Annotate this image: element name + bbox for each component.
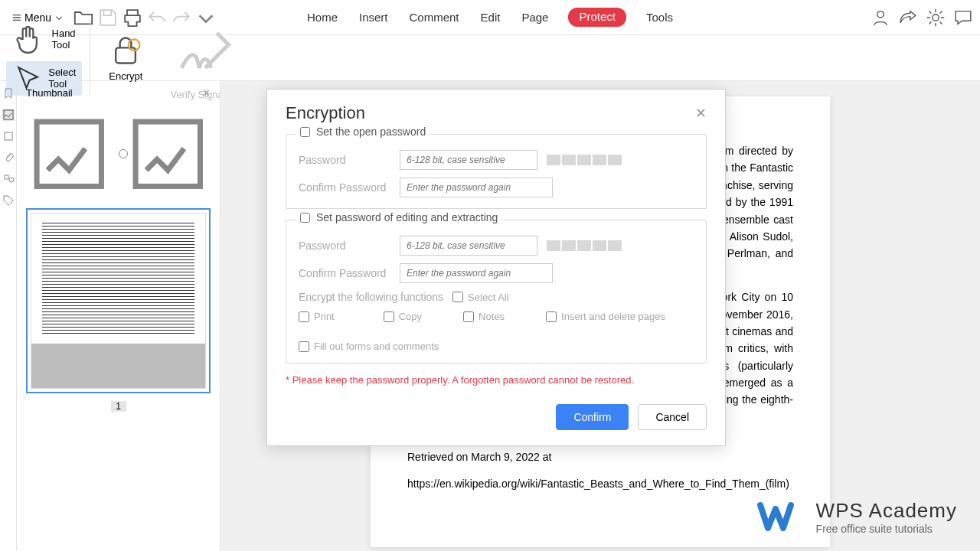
open-password-input[interactable] (400, 150, 537, 170)
edit-password-fieldset: Set password of editing and extracting P… (286, 220, 707, 364)
strength-box (577, 240, 591, 251)
strength-box (562, 240, 576, 251)
open-password-strength (547, 155, 622, 165)
open-password-row: Password (299, 150, 694, 170)
gear-icon (925, 7, 946, 28)
thumbnail-header: Thumbnail ✕ (26, 87, 211, 106)
notes-check[interactable]: Notes (463, 311, 505, 322)
edit-password-input[interactable] (400, 236, 537, 256)
settings-button[interactable] (925, 7, 946, 28)
encrypt-label: Encrypt (109, 70, 142, 82)
strength-box (593, 155, 606, 165)
strength-box (547, 240, 560, 251)
dialog-close-button[interactable]: ✕ (695, 105, 707, 122)
thumbnail-zoom-slider[interactable] (26, 106, 211, 208)
open-password-label: Set the open password (316, 126, 426, 138)
print-check[interactable]: Print (299, 311, 335, 322)
notes-checkbox[interactable] (463, 311, 474, 322)
encrypt-button[interactable]: Encrypt (100, 31, 152, 85)
password-warning: * Please keep the password properly. A f… (286, 374, 707, 386)
signature-icon (170, 15, 240, 86)
shapes-rail-icon[interactable] (2, 173, 15, 185)
thumbnail-title: Thumbnail (26, 87, 73, 99)
edit-password-checkbox[interactable] (300, 213, 310, 223)
save-icon (97, 7, 119, 28)
fill-forms-checkbox[interactable] (299, 341, 309, 352)
cancel-button[interactable]: Cancel (638, 404, 707, 430)
svg-rect-7 (136, 122, 200, 186)
strength-box (593, 240, 606, 251)
open-password-legend: Set the open password (296, 126, 430, 138)
confirm-password-label-2: Confirm Password (299, 267, 390, 279)
open-confirm-row: Confirm Password (299, 178, 694, 197)
copy-checkbox[interactable] (384, 311, 394, 322)
layers-rail-icon[interactable] (2, 130, 15, 142)
encrypt-functions-label: Encrypt the following functions (299, 291, 443, 303)
strength-box (577, 155, 591, 165)
share-button[interactable] (897, 7, 919, 28)
open-password-checkbox[interactable] (300, 127, 310, 137)
edit-confirm-input[interactable] (400, 263, 553, 283)
hand-tool[interactable]: Hand Tool (6, 20, 82, 58)
tab-insert[interactable]: Insert (358, 8, 390, 27)
notes-label: Notes (479, 311, 505, 322)
copy-check[interactable]: Copy (384, 311, 422, 322)
document-retrieved: Retrieved on March 9, 2022 at (407, 448, 793, 465)
svg-rect-4 (4, 110, 13, 119)
share-icon (897, 7, 919, 28)
lock-icon (109, 34, 142, 67)
dialog-footer: Confirm Cancel (286, 386, 707, 430)
wps-watermark: WPS Academy Free office suite tutorials (756, 497, 957, 536)
thumbnail-panel: Thumbnail ✕ 1 (17, 81, 220, 551)
thumbnail-close[interactable]: ✕ (202, 87, 211, 99)
tag-rail-icon[interactable] (2, 194, 15, 207)
strength-box (547, 155, 560, 165)
watermark-title: WPS Academy (816, 499, 957, 523)
open-confirm-input[interactable] (400, 178, 553, 197)
feedback-button[interactable] (952, 7, 974, 28)
watermark-text: WPS Academy Free office suite tutorials (816, 499, 957, 535)
watermark-subtitle: Free office suite tutorials (816, 523, 957, 535)
user-button[interactable] (870, 7, 891, 28)
tab-tools[interactable]: Tools (645, 8, 675, 27)
select-all-check[interactable]: Select All (452, 292, 508, 303)
edit-password-legend: Set password of editing and extracting (296, 211, 502, 223)
insert-delete-checkbox[interactable] (546, 311, 557, 322)
slider-thumb[interactable] (119, 149, 128, 158)
fill-forms-check[interactable]: Fill out forms and comments (299, 341, 694, 352)
zoom-in-icon (125, 111, 211, 197)
thumbnail-page-1[interactable] (26, 208, 211, 393)
left-rail (0, 81, 17, 551)
hand-tool-label: Hand Tool (52, 28, 77, 51)
thumbnail-text-preview (42, 223, 194, 334)
bookmark-icon (2, 87, 15, 99)
select-all-label: Select All (468, 292, 508, 303)
zoom-out-icon (26, 111, 113, 197)
print-checkbox[interactable] (299, 311, 309, 322)
tab-protect[interactable]: Protect (568, 8, 626, 27)
shapes-icon (2, 173, 15, 185)
encrypt-functions-row: Encrypt the following functions Select A… (299, 291, 694, 303)
paperclip-icon (2, 152, 15, 164)
tab-comment[interactable]: Comment (408, 8, 461, 27)
tab-page[interactable]: Page (520, 8, 550, 27)
tag-icon (2, 194, 15, 207)
save-button[interactable] (97, 7, 119, 28)
confirm-password-label: Confirm Password (299, 181, 390, 194)
bookmark-rail-icon[interactable] (2, 87, 15, 99)
attachment-rail-icon[interactable] (2, 152, 15, 164)
svg-rect-6 (37, 122, 101, 186)
topbar-right (870, 7, 974, 28)
tab-home[interactable]: Home (305, 8, 339, 27)
tab-edit[interactable]: Edit (479, 8, 502, 27)
thumbnail-footer-preview (31, 344, 205, 388)
confirm-button[interactable]: Confirm (556, 404, 629, 430)
print-button[interactable] (122, 7, 143, 28)
ribbon-toolbar: Hand Tool Select Tool Encrypt Verify Sig… (0, 35, 980, 81)
dialog-body: Set the open password Password Confirm P… (267, 134, 725, 445)
select-all-checkbox[interactable] (452, 292, 463, 302)
insert-delete-check[interactable]: Insert and delete pages (546, 311, 665, 322)
edit-password-row: Password (299, 236, 694, 256)
square-icon (2, 130, 15, 142)
thumbnail-rail-icon[interactable] (2, 109, 15, 121)
